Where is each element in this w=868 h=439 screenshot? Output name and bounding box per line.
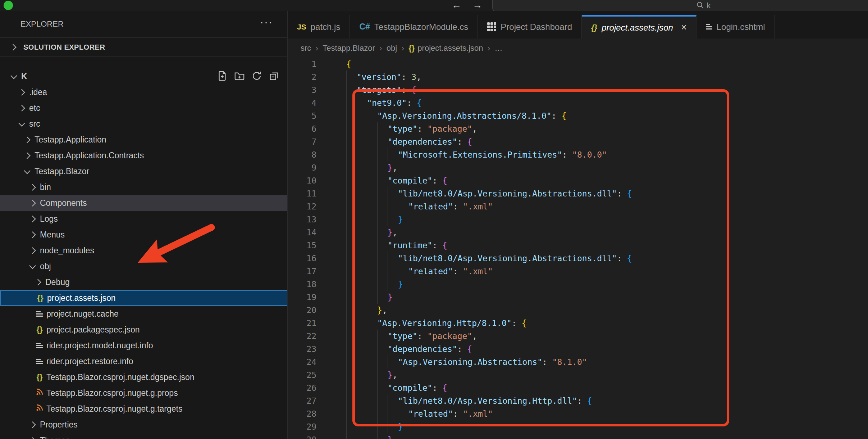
code-line-29: } [346,420,403,433]
solution-explorer-label: SOLUTION EXPLORER [23,43,105,51]
breadcrumb-item[interactable]: src [301,44,311,53]
breadcrumb-item[interactable]: Testapp.Blazor [323,44,375,53]
json-icon: {} [591,24,597,32]
line-number: 21 [288,317,316,330]
new-folder-icon[interactable] [234,71,245,81]
code-line-19: } [346,291,393,304]
collapse-all-icon[interactable] [269,71,279,81]
code-line-20: }, [346,304,387,317]
code-line-13: } [346,213,403,226]
tree-item-Components[interactable]: Components [0,195,287,211]
tab-Project Dashboard[interactable]: Project Dashboard [478,15,582,39]
tree-item-label: Properties [40,420,78,430]
breadcrumb-item[interactable]: … [495,44,503,53]
tree-item-label: src [29,119,40,129]
line-number: 28 [288,407,316,420]
code-line-10: "compile": { [346,174,447,187]
close-icon[interactable]: × [681,22,687,33]
tree-item-Testapp.Blazor[interactable]: Testapp.Blazor [0,163,287,179]
tree-item-node_modules[interactable]: node_modules [0,243,287,258]
tab-patch.js[interactable]: JSpatch.js [288,15,350,39]
tree-item-Testapp.Blazor.csproj.nuget.g.props[interactable]: Testapp.Blazor.csproj.nuget.g.props [0,385,287,401]
code-editor[interactable]: 1{2"version": 3,3"targets": {4"net9.0": … [288,58,868,439]
tree-item-bin[interactable]: bin [0,179,287,195]
code-line-4: "net9.0": { [346,96,422,109]
chevron-right-icon [29,421,36,428]
chevron-right-icon [24,152,30,159]
breadcrumb-item[interactable]: {}project.assets.json [408,44,483,53]
lines-icon [36,359,43,364]
tree-item-src[interactable]: src [0,116,287,132]
line-number: 30 [288,433,316,439]
file-tree: K.ideaetcsrcTestapp.ApplicationTestapp.A… [0,58,287,439]
tree-item-Menus[interactable]: Menus [0,227,287,243]
traffic-light-green[interactable] [4,1,13,10]
tree-item-Logs[interactable]: Logs [0,211,287,227]
tab-label: patch.js [311,22,341,32]
tab-Login.cshtml[interactable]: Login.cshtml [696,15,775,39]
explorer-more-actions-icon[interactable]: ··· [260,16,273,28]
tree-item-label: node_modules [40,246,94,255]
tree-item-label: .idea [29,87,47,97]
tree-item-label: Debug [45,277,70,287]
tree-item-etc[interactable]: etc [0,100,287,116]
chevron-right-icon [24,136,30,143]
chevron-down-icon [10,72,17,79]
code-line-18: } [346,278,403,291]
line-number: 6 [288,122,316,135]
tree-item-rider.project.restore.info[interactable]: rider.project.restore.info [0,353,287,369]
chevron-right-icon [10,44,16,50]
tree-item-Testapp.Blazor.csproj.nuget.dgspec.json[interactable]: {}Testapp.Blazor.csproj.nuget.dgspec.jso… [0,369,287,385]
tree-item-label: Testapp.Blazor.csproj.nuget.g.props [46,388,178,398]
lines-icon [706,24,712,30]
lines-icon [36,343,43,348]
code-line-30: } [346,433,393,439]
json-icon: {} [408,44,415,52]
line-number: 29 [288,420,316,433]
tree-item-label: obj [40,262,51,271]
tree-item-label: Testapp.Blazor.csproj.nuget.g.targets [46,404,182,414]
line-number: 2 [288,71,316,83]
line-number: 13 [288,213,316,226]
tree-item-project.assets.json[interactable]: {}project.assets.json [0,290,287,306]
search-query-text: k [707,1,711,10]
tree-item-Testapp.Application[interactable]: Testapp.Application [0,132,287,148]
tab-project.assets.json[interactable]: {}project.assets.json× [582,15,696,39]
back-arrow-icon[interactable]: ← [452,0,461,11]
tree-item-obj[interactable]: obj [0,258,287,274]
breadcrumb-item-label: … [495,44,503,53]
code-line-26: "compile": { [346,381,447,394]
tree-item-Testapp.Application.Contracts[interactable]: Testapp.Application.Contracts [0,148,287,163]
tree-item-project.nuget.cache[interactable]: project.nuget.cache [0,306,287,322]
code-line-7: "dependencies": { [346,135,472,148]
refresh-icon[interactable] [251,71,262,81]
code-line-27: "lib/net8.0/Asp.Versioning.Http.dll": { [346,394,592,407]
code-line-15: "runtime": { [346,239,447,252]
tree-item-label: rider.project.model.nuget.info [46,341,153,350]
forward-arrow-icon[interactable]: → [472,0,482,11]
tree-item-project.packagespec.json[interactable]: {}project.packagespec.json [0,322,287,338]
tree-item-rider.project.model.nuget.info[interactable]: rider.project.model.nuget.info [0,338,287,353]
chevron-right-icon [29,200,36,206]
line-number: 17 [288,265,316,278]
search-icon [696,1,704,10]
line-number: 20 [288,304,316,317]
tree-item-.idea[interactable]: .idea [0,84,287,100]
tree-item-Testapp.Blazor.csproj.nuget.g.targets[interactable]: Testapp.Blazor.csproj.nuget.g.targets [0,401,287,417]
line-number: 14 [288,226,316,239]
command-center-searchbox[interactable]: k [492,0,868,12]
solution-explorer-section-header[interactable]: SOLUTION EXPLORER [0,37,287,57]
code-line-23: "dependencies": { [346,343,472,356]
code-line-21: "Asp.Versioning.Http/8.1.0": { [346,317,527,330]
line-number: 8 [288,148,316,161]
tree-item-label: project.assets.json [47,293,115,303]
tree-item-label: Components [40,198,87,208]
new-file-icon[interactable] [217,71,228,81]
titlebar: ← → k [0,0,868,11]
tree-item-Properties[interactable]: Properties [0,417,287,433]
breadcrumb-item[interactable]: obj [387,44,397,53]
tab-TestappBlazorModule.cs[interactable]: C#TestappBlazorModule.cs [350,15,478,39]
breadcrumb-separator: › [401,43,404,53]
tree-item-Debug[interactable]: Debug [0,274,287,290]
tree-item-Themes[interactable]: Themes [0,433,287,439]
